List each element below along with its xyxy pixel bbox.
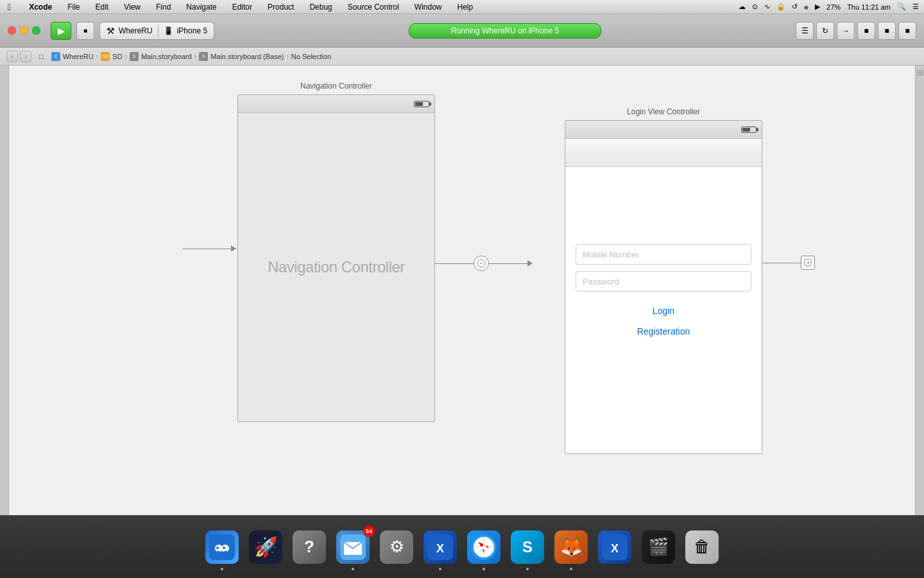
firefox-icon: 🦊 [554,530,588,564]
notification-icon[interactable]: ⊙ [752,3,758,11]
storyboard-canvas[interactable]: Navigation Controller Navigation Control… [9,66,915,548]
nav-controller-label: Navigation Controller [268,258,405,276]
minimize-button[interactable] [20,26,28,35]
breadcrumb-storyboard[interactable]: Main.storyboard [141,53,192,60]
nav-controller-scene[interactable]: Navigation Controller Navigation Control… [237,82,435,422]
utilities-toggle-btn[interactable]: ■ [898,22,916,40]
scene-connector-arrow [435,256,533,271]
menu-product[interactable]: Product [265,3,296,12]
dock-mail[interactable]: 54 [334,528,372,566]
dock-firefox[interactable]: 🦊 [552,528,590,566]
editor-standard-btn[interactable]: ☰ [796,22,814,40]
device-icon: 📱 [164,26,173,35]
login-controller-header [565,121,762,139]
maximize-button[interactable] [32,26,40,35]
toolbar: ▶ ■ ⚒ WhereRU 📱 iPhone 5 Running WhereRU… [0,14,924,48]
scheme-app-name: WhereRU [119,26,153,35]
dock: 🚀 ? 54 ⚙ X [0,515,924,578]
login-controller-box[interactable]: Mobile Number Password Login Registerati… [565,120,762,454]
password-field[interactable]: Password [576,271,751,292]
navigator-toggle-btn[interactable]: ■ [857,22,875,40]
debug-toggle-btn[interactable]: ■ [878,22,896,40]
breadcrumb-panel-toggle[interactable]: □ [39,53,44,60]
svg-text:X: X [611,542,619,555]
menu-xcode[interactable]: Xcode [26,3,55,12]
volume-icon[interactable]: ▶ [815,3,820,11]
breadcrumb-forward-btn[interactable]: › [20,51,31,62]
apple-menu[interactable]:  [5,2,13,12]
ios-simulator-icon: X [598,530,631,564]
dock-finder[interactable] [203,528,241,566]
editor-refresh-btn[interactable]: ↻ [816,22,834,40]
menu-help[interactable]: Help [455,3,476,12]
login-nav-bar [565,139,762,167]
help-icon: ? [293,530,326,564]
dock-trash[interactable]: 🗑 [683,528,721,566]
editor-split-btn[interactable]: → [837,22,855,40]
menu-file[interactable]: File [65,3,82,12]
menu-navigate[interactable]: Navigate [184,3,219,12]
menu-window[interactable]: Window [412,3,445,12]
battery-indicator: 27% [826,3,841,11]
menu-toggle-icon[interactable]: ☰ [912,3,919,11]
undo-icon[interactable]: ↺ [792,3,798,11]
breadcrumb-storyboard-base[interactable]: Main.storyboard (Base) [210,53,284,60]
mobile-number-field[interactable]: Mobile Number [576,244,751,265]
battery-icon-nav [414,101,429,107]
dropbox-icon[interactable]: ☁ [739,3,746,11]
nav-controller-box[interactable]: Navigation Controller [237,94,435,422]
menu-debug[interactable]: Debug [307,3,334,12]
folder-icon: SD [101,52,110,61]
scheme-device-name: iPhone 5 [177,26,207,35]
stop-button[interactable]: ■ [76,22,94,40]
search-icon[interactable]: 🔍 [897,3,906,11]
dock-system-prefs[interactable]: ⚙ [377,528,416,566]
nav-controller-header [238,95,434,113]
right-exit-arrow [762,256,815,270]
close-button[interactable] [8,26,16,35]
breadcrumb-project[interactable]: WhereRU [63,53,94,60]
login-body-remaining [576,344,751,441]
breadcrumb-back-btn[interactable]: ‹ [6,51,18,62]
menu-edit[interactable]: Edit [92,3,111,12]
scheme-selector[interactable]: ⚒ WhereRU 📱 iPhone 5 [99,22,214,40]
login-controller-title: Login View Controller [565,107,762,116]
dock-ios-simulator[interactable]: X [595,528,634,566]
svg-point-6 [223,547,225,549]
segue-badge [474,256,489,271]
menu-find[interactable]: Find [153,3,173,12]
dock-help[interactable]: ? [290,528,329,566]
movies-icon: 🎬 [642,530,675,564]
breadcrumb-no-selection: No Selection [291,53,331,60]
safari-icon [467,530,501,564]
wifi-icon[interactable]: ∿ [764,3,770,11]
run-button[interactable]: ▶ [51,22,71,40]
skype-icon: S [511,530,544,564]
bluetooth-icon[interactable]: ⎈ [804,3,809,11]
gear-icon: ⚙ [380,530,413,564]
menu-bar:  Xcode File Edit View Find Navigate Edi… [0,0,924,14]
dock-xcode[interactable]: X [421,528,459,566]
registration-button[interactable]: Registeration [576,321,751,344]
lock-icon[interactable]: 🔒 [776,3,785,11]
login-button[interactable]: Login [576,298,751,321]
traffic-lights [8,26,40,35]
menu-source-control[interactable]: Source Control [345,3,402,12]
dock-skype[interactable]: S [508,528,547,566]
xcode-icon: X [424,530,457,564]
dock-movies[interactable]: 🎬 [639,528,678,566]
breadcrumb-folder[interactable]: SD [112,53,122,60]
left-panel [0,66,9,548]
build-status: Running WhereRU on iPhone 5 [409,23,601,39]
canvas-area[interactable]: Navigation Controller Navigation Control… [9,66,915,548]
dock-rocket[interactable]: 🚀 [246,528,285,566]
menu-editor[interactable]: Editor [230,3,255,12]
breadcrumb: ‹ › □ X WhereRU › SD SD › S Main.storybo… [0,48,924,66]
xcode-icon: ⚒ [107,26,115,36]
menu-view[interactable]: View [121,3,143,12]
login-logo-area [576,186,751,238]
main-layout: Navigation Controller Navigation Control… [0,66,924,548]
dock-safari[interactable] [465,528,503,566]
finder-icon [205,530,239,564]
login-controller-scene[interactable]: Login View Controller Mobile Number [565,107,762,454]
